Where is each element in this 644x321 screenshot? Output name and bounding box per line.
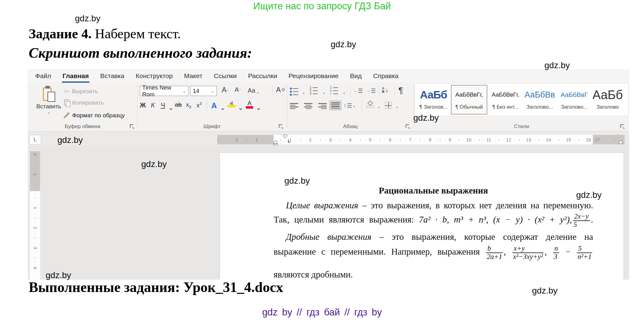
clear-formatting-button[interactable]: А xyxy=(276,86,285,94)
doc-paragraph2-line2: выражение с переменными. Например, выраж… xyxy=(274,245,593,261)
cut-button[interactable]: ✂ Вырезать xyxy=(64,88,98,95)
numbered-list-icon: 1 2 3 xyxy=(310,87,318,95)
tab-design[interactable]: Конструктор xyxy=(136,69,173,83)
screenshot-subtitle: Скриншот выполненного задания: xyxy=(29,44,252,61)
button-separator xyxy=(272,85,273,97)
styles-dialog-launcher[interactable]: ↘ xyxy=(620,124,625,129)
decrease-indent-button[interactable]: ← xyxy=(353,88,362,93)
align-right-button[interactable] xyxy=(318,103,327,109)
italic-button[interactable]: К xyxy=(151,101,155,109)
bold-button[interactable]: Ж xyxy=(140,101,146,109)
borders-button[interactable] xyxy=(385,102,392,109)
text-highlight-button[interactable] xyxy=(227,101,236,107)
tab-stop-mark[interactable]: L xyxy=(288,139,291,144)
hanging-indent-marker[interactable] xyxy=(273,140,278,146)
superscript-button[interactable]: x2 xyxy=(196,101,202,109)
paragraph-dialog-launcher[interactable]: ↘ xyxy=(405,124,410,129)
shading-button[interactable] xyxy=(366,101,374,108)
copy-icon xyxy=(64,99,70,106)
multilevel-list-button[interactable]: 1 а і xyxy=(330,87,338,95)
chevron-down-icon[interactable]: ⌄ xyxy=(168,104,174,111)
chevron-down-icon: ⌄ xyxy=(256,90,260,94)
chevron-down-icon[interactable]: ⌄ xyxy=(238,104,243,111)
numbering-button[interactable]: 1 2 3 xyxy=(310,87,318,95)
tab-view[interactable]: Вид xyxy=(350,69,362,83)
style-preview: АаБбВв xyxy=(524,87,556,103)
style-preview: АаБб xyxy=(419,87,448,103)
align-center-button[interactable] xyxy=(304,103,312,109)
chevron-down-icon[interactable]: ⌄ xyxy=(302,90,305,94)
sort-button[interactable]: АЯ ↓ xyxy=(382,86,388,94)
eraser-icon xyxy=(281,88,285,92)
sort-letters: АЯ xyxy=(382,87,384,94)
chevron-down-icon: ⌄ xyxy=(353,103,356,108)
chevron-down-icon[interactable]: ⌄ xyxy=(322,90,326,94)
style-card-heading2[interactable]: АаБбВвГ Заголово... xyxy=(559,85,590,115)
task-text: Наберем текст. xyxy=(92,26,181,41)
outdent-arrow-icon: ← xyxy=(353,88,357,93)
font-group-label: Шрифт xyxy=(137,123,287,130)
word-screenshot: Файл Главная Вставка Конструктор Макет С… xyxy=(28,69,629,280)
style-card-normal-selected[interactable]: АаБбВвГг, ¶ Обычный xyxy=(451,85,487,115)
style-card-no-spacing[interactable]: АаБбВвГг, ¶ Без инт... xyxy=(490,85,521,115)
fraction: n3 xyxy=(553,245,559,261)
grow-font-button[interactable]: Аˆ xyxy=(222,86,229,94)
style-preview: АаБб xyxy=(593,87,622,103)
line-spacing-button[interactable]: ↕ ⌄ xyxy=(344,102,356,109)
format-painter-button[interactable]: Формат по образцу xyxy=(62,112,125,119)
style-card-heading1[interactable]: АаБбВв Заголово... xyxy=(524,85,556,115)
tab-insert[interactable]: Вставка xyxy=(100,69,124,83)
tab-layout[interactable]: Макет xyxy=(184,69,202,83)
tab-home[interactable]: Главная xyxy=(63,69,89,83)
search-banner: Ищите нас по запросу ГДЗ Бай xyxy=(0,1,644,12)
chevron-down-icon[interactable]: ⌄ xyxy=(220,104,225,111)
text-effects-button[interactable]: А xyxy=(211,101,217,110)
caret-up-icon: ˆ xyxy=(227,90,228,94)
font-name-combobox[interactable]: Times New Rom ⌄ xyxy=(140,86,188,96)
paste-button[interactable]: Вставить ⌄ xyxy=(36,85,62,124)
increase-indent-button[interactable]: → xyxy=(366,88,375,93)
tab-mailings[interactable]: Рассылки xyxy=(248,69,277,83)
font-dialog-launcher[interactable]: ↘ xyxy=(279,124,283,129)
style-card-heading[interactable]: АаБб ¶ Заголов... xyxy=(419,85,448,115)
document-page: Рациональные выражения Целые выражения –… xyxy=(220,152,624,280)
copy-button[interactable]: Копировать xyxy=(64,99,104,106)
doc-paragraph1-line1: Целые выражения – это выражения, в котор… xyxy=(274,200,593,211)
styles-group: АаБб ¶ Заголов... АаБбВвГг, ¶ Обычный Аа… xyxy=(414,83,629,131)
chevron-down-icon[interactable]: ⌄ xyxy=(36,110,62,114)
line-spacing-arrows-icon: ↕ xyxy=(344,102,346,109)
right-indent-marker[interactable] xyxy=(618,140,623,144)
font-group: Times New Rom ⌄ 14 ⌄ Аˆ Аˇ Аа⌄ А Ж К Ч xyxy=(137,83,287,131)
shrink-font-button[interactable]: Аˇ xyxy=(235,86,241,93)
bullets-button[interactable] xyxy=(290,88,298,96)
chevron-down-icon: ⌄ xyxy=(182,89,186,93)
font-color-button[interactable]: А xyxy=(246,100,253,109)
tab-review[interactable]: Рецензирование xyxy=(289,69,339,83)
highlighter-icon xyxy=(229,100,234,105)
font-size-combobox[interactable]: 14 ⌄ xyxy=(190,86,217,96)
chevron-down-icon[interactable]: ⌄ xyxy=(256,104,261,111)
style-card-title[interactable]: АаБб Заголово xyxy=(593,85,622,115)
align-left-button[interactable] xyxy=(290,103,298,109)
chevron-down-icon[interactable]: ⌄ xyxy=(342,90,346,94)
first-line-indent-marker[interactable] xyxy=(283,135,287,139)
ruler-text-area: ·ı·1·ı·2·ı·3·ı·4·ı·5·ı·6·ı·7·ı·8·ı·9·ı·1… xyxy=(274,135,593,144)
tab-file[interactable]: Файл xyxy=(35,69,51,83)
chevron-down-icon[interactable]: ⌄ xyxy=(377,104,381,109)
tab-selector-button[interactable]: L xyxy=(29,135,41,144)
subscript-button[interactable]: x2 xyxy=(186,101,191,109)
underline-button[interactable]: Ч xyxy=(161,101,165,109)
clipboard-group-label: Буфер обмена xyxy=(28,123,137,130)
justify-button-selected[interactable] xyxy=(329,101,341,110)
tab-references[interactable]: Ссылки xyxy=(214,69,237,83)
tab-help[interactable]: Справка xyxy=(373,69,398,83)
chevron-down-icon[interactable]: ⌄ xyxy=(395,104,399,109)
style-label: ¶ Без инт... xyxy=(490,104,521,110)
show-formatting-marks-button[interactable]: ¶ xyxy=(398,86,403,95)
doc-paragraph1-line2: Так, целыми являются выражения: 7a² · b,… xyxy=(274,213,593,229)
strikethrough-button[interactable]: ab xyxy=(175,101,182,108)
vertical-ruler: 2·ı·1·ı· ·ı·1·ı·2·ı·3·ı·4 xyxy=(30,146,40,280)
clipboard-dialog-launcher[interactable]: ↘ xyxy=(130,124,134,129)
change-case-button[interactable]: Аа⌄ xyxy=(248,87,259,94)
paste-label: Вставить xyxy=(36,103,62,110)
